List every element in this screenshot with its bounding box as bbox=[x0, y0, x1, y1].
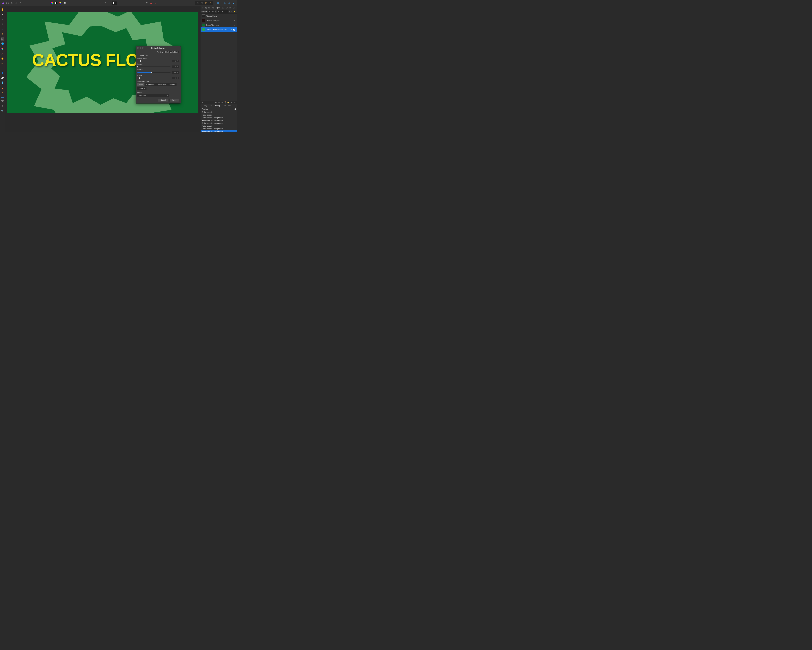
ramp-value[interactable]: -86 % bbox=[172, 77, 179, 79]
clone-tool[interactable]: 👤 bbox=[1, 71, 4, 75]
mask-dropdown[interactable]: ▾ bbox=[111, 2, 117, 5]
fill-tool[interactable]: 🪣 bbox=[1, 42, 4, 46]
layer-item[interactable]: Cactus Flower Photo (Pixel) 🔒 ✓ bbox=[201, 27, 237, 32]
blur-tool[interactable]: 💧 bbox=[1, 81, 4, 84]
tab-st[interactable]: St bbox=[232, 6, 235, 9]
levels-icon[interactable] bbox=[14, 2, 18, 5]
folder-icon[interactable]: 📁 bbox=[227, 101, 229, 104]
layer-item[interactable]: T (Cactus Flower) ✓ bbox=[201, 14, 237, 18]
opacity-value[interactable]: 100 % bbox=[208, 10, 215, 13]
rgb-icon[interactable] bbox=[59, 2, 62, 5]
visibility-check-icon[interactable]: ✓ bbox=[234, 20, 235, 21]
tab-ii[interactable]: II bbox=[201, 6, 204, 9]
heal-tool[interactable]: 🩹 bbox=[1, 76, 4, 80]
sphere-icon[interactable] bbox=[63, 2, 66, 5]
layers-stack-icon[interactable]: ☰ bbox=[201, 101, 204, 104]
marquee-icon[interactable] bbox=[95, 2, 99, 5]
rectangle-tool[interactable]: ▬ bbox=[1, 96, 4, 99]
layer-item[interactable]: Green Tint (Pixel) ✓ bbox=[201, 23, 237, 27]
brush-select-tool[interactable]: 🖌 bbox=[1, 27, 4, 31]
position-slider[interactable] bbox=[209, 109, 235, 109]
person-icon[interactable]: ◧ bbox=[104, 2, 107, 5]
wand-tool[interactable]: ✦ bbox=[1, 32, 4, 36]
smooth-slider[interactable] bbox=[137, 66, 171, 67]
matte-edges-checkbox[interactable]: ✓ Matte edges bbox=[137, 54, 179, 56]
gradient-tool[interactable] bbox=[1, 47, 4, 50]
history-item[interactable]: Refine selection bbox=[201, 113, 237, 116]
fx-icon[interactable]: fx bbox=[221, 101, 223, 104]
pencil-tool[interactable]: ✏ bbox=[1, 61, 4, 65]
history-item[interactable]: Refine selection post process bbox=[201, 130, 237, 132]
visibility-check-icon[interactable]: ✓ bbox=[234, 29, 235, 31]
tab-xfm[interactable]: Xfm bbox=[209, 104, 213, 107]
brush-background-button[interactable]: Background bbox=[156, 83, 168, 86]
tab-ad[interactable]: Ad bbox=[211, 6, 215, 9]
contrast-icon[interactable] bbox=[55, 2, 58, 5]
deselect-icon[interactable] bbox=[99, 2, 103, 5]
marquee-tool[interactable] bbox=[1, 37, 4, 41]
mesh-tool[interactable]: ⊕ bbox=[1, 104, 4, 108]
adjustment-icon[interactable]: ◈ bbox=[218, 101, 220, 104]
history-item[interactable]: Refine selection bbox=[201, 125, 237, 127]
node-tool[interactable]: ✒ bbox=[1, 91, 4, 94]
zoom-tool[interactable]: 🔍 bbox=[1, 109, 4, 113]
tab-br[interactable]: Br bbox=[225, 6, 228, 9]
magnet-icon[interactable]: ⊃ bbox=[154, 2, 157, 5]
tab-sw[interactable]: Sw bbox=[221, 6, 225, 9]
history-item[interactable]: Refine selection post process bbox=[201, 116, 237, 119]
paint-brush-tool[interactable]: 🖌 bbox=[1, 52, 4, 55]
brush-matte-button[interactable]: Matte bbox=[137, 83, 144, 86]
layer-lock-icon[interactable]: 🔒 bbox=[234, 11, 236, 13]
ruler-icon[interactable]: ▬ bbox=[150, 2, 153, 5]
color-wheel-icon[interactable] bbox=[50, 2, 54, 5]
dialog-titlebar[interactable]: Refine Selection bbox=[136, 46, 180, 50]
eraser-tool[interactable]: ◢ bbox=[1, 86, 4, 89]
move-tool[interactable]: ⬉ bbox=[1, 13, 4, 16]
arrange-backward-icon[interactable]: ◲ bbox=[200, 2, 203, 5]
brush-size-select[interactable]: 50 px ▾ bbox=[137, 87, 147, 90]
tab-hg[interactable]: Hg bbox=[204, 6, 208, 9]
pen-tool[interactable]: ✎ bbox=[1, 18, 4, 21]
cancel-button[interactable]: Cancel bbox=[158, 99, 168, 102]
feather-value[interactable]: 9.8 px bbox=[172, 71, 179, 73]
apply-button[interactable]: Apply bbox=[169, 99, 179, 102]
border-width-slider[interactable] bbox=[137, 61, 171, 61]
layer-settings-icon[interactable]: ⚙ bbox=[230, 11, 233, 13]
arrange-back-icon[interactable]: ◱ bbox=[196, 2, 199, 5]
eyedropper-tool[interactable]: ⚬ bbox=[1, 66, 4, 70]
history-item[interactable]: Refine selection post process bbox=[201, 119, 237, 122]
grid-icon[interactable] bbox=[145, 2, 149, 5]
tab-clr[interactable]: Clr bbox=[208, 6, 211, 9]
arrange-front-icon[interactable]: ◰ bbox=[209, 2, 212, 5]
boolean-add-icon[interactable]: ◉ bbox=[223, 2, 227, 5]
add-layer-icon[interactable]: ▦ bbox=[230, 101, 232, 104]
layer-item[interactable]: Dropshadow (Pixel) ✓ bbox=[201, 18, 237, 23]
smooth-value[interactable]: 0 px bbox=[172, 66, 179, 68]
gear-icon[interactable]: ⚙ bbox=[10, 2, 13, 5]
delete-layer-icon[interactable]: 🗑 bbox=[234, 101, 236, 104]
align-icon[interactable]: ▤ bbox=[216, 2, 220, 5]
preview-select[interactable]: Black and white ▴▾ bbox=[164, 51, 179, 53]
boolean-subtract-icon[interactable]: ◎ bbox=[227, 2, 231, 5]
brush-foreground-button[interactable]: Foreground bbox=[145, 83, 156, 86]
visibility-check-icon[interactable]: ✓ bbox=[234, 15, 235, 17]
blend-mode-select[interactable]: Normal bbox=[217, 10, 229, 13]
visibility-check-icon[interactable]: ✓ bbox=[234, 24, 235, 26]
text-tool[interactable]: T bbox=[1, 101, 4, 103]
hand-tool[interactable]: ✋ bbox=[1, 8, 4, 11]
smudge-tool[interactable]: 👆 bbox=[1, 57, 4, 60]
output-select[interactable]: Selection ▴▾ bbox=[137, 94, 169, 97]
tab-fx[interactable]: FX bbox=[228, 6, 232, 9]
tab-chn[interactable]: Chn bbox=[222, 104, 226, 107]
brush-feather-button[interactable]: Feather bbox=[168, 83, 176, 86]
timer-icon[interactable]: ⏳ bbox=[224, 101, 226, 104]
history-item[interactable]: Refine selection post process bbox=[201, 122, 237, 125]
crop-tool[interactable]: ⊡ bbox=[1, 23, 4, 26]
tab-history[interactable]: History bbox=[215, 104, 221, 107]
history-item[interactable]: Refine selection post process bbox=[201, 127, 237, 130]
info-icon[interactable]: ℹ bbox=[163, 2, 166, 5]
arrange-forward-icon[interactable]: ◳ bbox=[205, 2, 208, 5]
target-icon[interactable] bbox=[6, 2, 9, 5]
tab-info[interactable]: Info bbox=[228, 104, 232, 107]
share-icon[interactable]: ⚲ bbox=[18, 2, 22, 5]
